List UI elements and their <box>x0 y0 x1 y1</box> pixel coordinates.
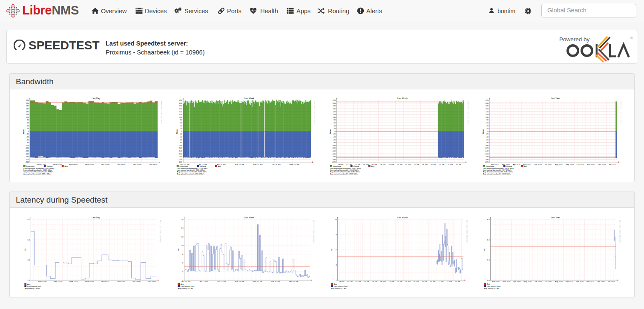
svg-text:Avg latency 3.3 ms: Avg latency 3.3 ms <box>25 287 40 289</box>
svg-text:Wed 15:00: Wed 15:00 <box>54 280 63 283</box>
svg-text:-220: -220 <box>485 161 489 163</box>
svg-text:02 Jan: 02 Jan <box>356 280 361 283</box>
svg-text:-20: -20 <box>26 133 29 135</box>
svg-text:Thu 21 Jan: Thu 21 Jan <box>181 280 190 283</box>
svg-text:Mbit/s: Mbit/s <box>176 129 178 134</box>
svg-text:20: 20 <box>334 127 336 129</box>
svg-text:14 Jan: 14 Jan <box>405 280 411 283</box>
svg-text:Avg: Avg <box>371 165 375 167</box>
svg-text:-140: -140 <box>25 150 29 152</box>
svg-text:Last Year: Last Year <box>551 217 560 219</box>
svg-text:120: 120 <box>179 113 183 115</box>
svg-text:RRDTOOL / TOBI OETIKER: RRDTOOL / TOBI OETIKER <box>313 220 314 243</box>
svg-text:-80: -80 <box>26 141 29 143</box>
svg-text:08 Jan: 08 Jan <box>380 163 386 166</box>
svg-text:Last latency (ms): Last latency (ms) <box>334 285 348 287</box>
svg-text:RRDTOOL / TOBI OETIKER: RRDTOOL / TOBI OETIKER <box>161 101 162 124</box>
svg-text:Avg: Avg <box>27 283 31 285</box>
svg-text:Thu 03:00: Thu 03:00 <box>117 163 126 166</box>
svg-text:Dec 2020: Dec 2020 <box>598 163 606 166</box>
svg-text:Avg upload bandwidth 188.1 Mb/: Avg upload bandwidth 188.1 Mb/s <box>177 173 204 175</box>
svg-text:Last Year: Last Year <box>551 97 560 100</box>
svg-text:24 Jan: 24 Jan <box>446 280 452 283</box>
svg-text:RRDTOOL / TOBI OETIKER: RRDTOOL / TOBI OETIKER <box>619 220 621 243</box>
svg-text:-220: -220 <box>178 161 182 163</box>
svg-text:10 Jan: 10 Jan <box>388 280 394 283</box>
svg-text:08 Jan: 08 Jan <box>380 280 386 283</box>
svg-text:Aug 2020: Aug 2020 <box>555 280 563 283</box>
svg-text:Sep 2020: Sep 2020 <box>566 163 574 166</box>
svg-text:100: 100 <box>333 116 336 118</box>
svg-text:-120: -120 <box>178 147 182 149</box>
svg-text:100: 100 <box>486 116 489 118</box>
svg-text:Mon 25 Jan: Mon 25 Jan <box>253 163 263 166</box>
svg-text:12 Jan: 12 Jan <box>397 280 402 283</box>
svg-text:Mbit/s: Mbit/s <box>483 129 485 134</box>
svg-text:120: 120 <box>486 113 489 115</box>
svg-text:80: 80 <box>486 119 489 121</box>
svg-text:-180: -180 <box>332 155 336 157</box>
svg-text:-160: -160 <box>178 153 182 155</box>
svg-text:12 Jan: 12 Jan <box>397 163 403 166</box>
svg-text:-100: -100 <box>25 144 29 146</box>
svg-text:180: 180 <box>26 105 29 107</box>
svg-text:Mon 25 Jan: Mon 25 Jan <box>253 280 263 283</box>
svg-text:-100: -100 <box>178 144 182 146</box>
svg-text:Avg latency 5.1 ms: Avg latency 5.1 ms <box>178 287 193 289</box>
svg-text:-140: -140 <box>178 150 182 152</box>
svg-text:8.0: 8.0 <box>487 218 490 220</box>
svg-text:-180: -180 <box>25 155 29 157</box>
svg-text:60: 60 <box>486 122 489 124</box>
svg-text:220: 220 <box>26 99 29 101</box>
svg-text:8.0: 8.0 <box>28 218 31 220</box>
svg-text:Avg: Avg <box>218 165 221 167</box>
svg-text:Wed 21:00: Wed 21:00 <box>85 163 94 166</box>
svg-text:-40: -40 <box>486 136 489 138</box>
svg-text:-20: -20 <box>486 133 489 135</box>
svg-text:Jun 2020: Jun 2020 <box>534 163 542 166</box>
svg-text:14: 14 <box>181 227 184 229</box>
svg-text:Jul 2020: Jul 2020 <box>545 163 552 166</box>
svg-text:Wed 18:00: Wed 18:00 <box>69 280 78 283</box>
svg-text:Tue 26 Jan: Tue 26 Jan <box>271 163 281 166</box>
svg-text:-40: -40 <box>333 136 336 138</box>
svg-text:-60: -60 <box>26 139 29 141</box>
svg-text:Wed 27 Jan: Wed 27 Jan <box>289 280 299 283</box>
svg-text:Fri 22 Jan: Fri 22 Jan <box>200 280 208 283</box>
svg-text:Last latency (ms): Last latency (ms) <box>487 285 501 287</box>
svg-text:Wed 27 Jan: Wed 27 Jan <box>289 163 299 166</box>
svg-text:Nov 2020: Nov 2020 <box>586 280 595 283</box>
svg-text:16 Jan: 16 Jan <box>414 163 420 166</box>
svg-text:Avg upload bandwidth 188.1 Mb/: Avg upload bandwidth 188.1 Mb/s <box>330 173 358 175</box>
svg-text:200: 200 <box>26 102 29 104</box>
svg-text:Thu 06:00: Thu 06:00 <box>133 163 141 166</box>
svg-text:RRDTOOL / TOBI OETIKER: RRDTOOL / TOBI OETIKER <box>467 101 469 124</box>
svg-text:Oct 2020: Oct 2020 <box>576 280 584 283</box>
svg-text:-220: -220 <box>332 161 336 163</box>
svg-text:-180: -180 <box>485 155 489 157</box>
svg-text:10: 10 <box>181 244 184 246</box>
svg-text:-140: -140 <box>485 150 489 152</box>
svg-text:Wed 18:00: Wed 18:00 <box>69 163 78 166</box>
svg-text:-140: -140 <box>332 150 336 152</box>
svg-text:40: 40 <box>180 125 182 127</box>
svg-text:Tue 26 Jan: Tue 26 Jan <box>271 280 280 283</box>
svg-text:-60: -60 <box>180 139 183 141</box>
svg-text:220: 220 <box>179 99 183 101</box>
svg-text:18 Jan: 18 Jan <box>422 280 427 283</box>
svg-text:12: 12 <box>181 236 184 238</box>
svg-text:-200: -200 <box>25 158 29 160</box>
svg-text:Last Week: Last Week <box>244 217 254 219</box>
svg-text:10: 10 <box>335 218 337 220</box>
svg-text:2.0: 2.0 <box>487 279 490 281</box>
svg-text:-60: -60 <box>333 139 336 141</box>
svg-text:10 Jan: 10 Jan <box>388 163 394 166</box>
svg-text:Avg latency 5.3 ms: Avg latency 5.3 ms <box>484 287 500 289</box>
svg-text:-100: -100 <box>332 144 336 146</box>
svg-text:Jan 2021: Jan 2021 <box>607 280 615 283</box>
svg-text:140: 140 <box>26 111 29 113</box>
svg-text:40: 40 <box>27 125 29 127</box>
svg-text:-80: -80 <box>333 141 336 143</box>
svg-text:200: 200 <box>333 102 336 104</box>
svg-text:160: 160 <box>486 108 489 110</box>
